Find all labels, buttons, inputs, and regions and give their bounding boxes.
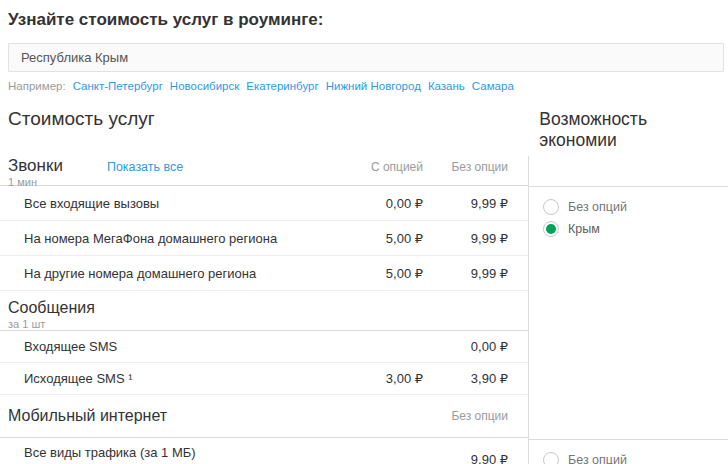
- row-label: Входящее SMS: [0, 339, 338, 354]
- col-header-without-option: Без опции: [423, 409, 508, 423]
- savings-spacer: [529, 156, 728, 186]
- main-area: Звонки Показать все С опцией Без опции 1…: [0, 156, 728, 464]
- example-city-link[interactable]: Нижний Новгород: [326, 80, 421, 92]
- messages-unit: за 1 шт: [8, 318, 528, 330]
- row-value-with-option: 5,00 ₽: [338, 266, 423, 281]
- example-city-link[interactable]: Казань: [428, 80, 465, 92]
- calls-group-header: Звонки Показать все С опцией Без опции 1…: [0, 156, 528, 186]
- radio-label: Без опций: [568, 200, 627, 214]
- table-row: Все входящие вызовы 0,00 ₽ 9,99 ₽: [0, 186, 528, 221]
- table-row: Все виды трафика (за 1 МБ) Округление до…: [0, 438, 528, 464]
- examples-label: Например:: [8, 80, 66, 92]
- row-label: На номера МегаФона домашнего региона: [0, 231, 338, 246]
- radio-label: Крым: [568, 222, 600, 236]
- roaming-cost-page: Узнайте стоимость услуг в роуминге: Напр…: [0, 10, 728, 464]
- cost-table: Звонки Показать все С опцией Без опции 1…: [0, 156, 529, 464]
- calls-options-section: Без опций Крым: [529, 186, 728, 439]
- row-value-without-option: 0,00 ₽: [423, 339, 508, 354]
- table-row: На номера МегаФона домашнего региона 5,0…: [0, 221, 528, 256]
- radio-option-krym[interactable]: Крым: [543, 221, 728, 237]
- row-value-without-option: 3,90 ₽: [423, 371, 508, 386]
- row-label-group: Все виды трафика (за 1 МБ) Округление до…: [0, 445, 338, 464]
- example-cities: Например:Санкт-ПетербургНовосибирскЕкате…: [8, 80, 720, 92]
- row-value-with-option: 0,00 ₽: [338, 196, 423, 211]
- example-city-link[interactable]: Екатеринбург: [246, 80, 318, 92]
- table-row: Входящее SMS 0,00 ₽: [0, 331, 528, 363]
- calls-title: Звонки: [8, 156, 63, 176]
- row-value-without-option: 9,90 ₽: [423, 452, 508, 464]
- row-label: Все виды трафика (за 1 МБ): [24, 445, 338, 460]
- radio-icon: [543, 452, 559, 464]
- col-header-with-option: С опцией: [338, 160, 423, 174]
- table-row: На другие номера домашнего региона 5,00 …: [0, 256, 528, 291]
- row-label: Все входящие вызовы: [0, 196, 338, 211]
- messages-title: Сообщения: [8, 299, 528, 317]
- example-city-link[interactable]: Новосибирск: [170, 80, 239, 92]
- row-value-without-option: 9,99 ₽: [423, 196, 508, 211]
- radio-icon: [543, 199, 559, 215]
- table-row: Исходящее SMS ¹ 3,00 ₽ 3,90 ₽: [0, 363, 528, 395]
- radio-label: Без опций: [568, 453, 627, 464]
- col-header-without-option: Без опции: [423, 160, 508, 174]
- row-value-without-option: 9,99 ₽: [423, 266, 508, 281]
- example-city-link[interactable]: Самара: [472, 80, 514, 92]
- radio-icon: [543, 221, 559, 237]
- radio-option-no-options[interactable]: Без опций: [543, 199, 728, 215]
- savings-panel: Без опций Крым Без опций: [529, 156, 728, 464]
- row-value-with-option: 5,00 ₽: [338, 231, 423, 246]
- cost-heading: Стоимость услуг: [0, 108, 525, 130]
- page-title: Узнайте стоимость услуг в роуминге:: [8, 10, 720, 30]
- internet-group-header: Мобильный интернет Без опции: [0, 395, 528, 438]
- section-headings: Стоимость услуг Возможность экономии: [0, 108, 728, 151]
- region-input[interactable]: [8, 43, 724, 72]
- savings-heading: Возможность экономии: [525, 109, 728, 151]
- internet-options-section: Без опций: [529, 439, 728, 464]
- row-value-with-option: 3,00 ₽: [338, 371, 423, 386]
- row-label: На другие номера домашнего региона: [0, 266, 338, 281]
- example-city-link[interactable]: Санкт-Петербург: [73, 80, 163, 92]
- row-label: Исходящее SMS ¹: [0, 371, 338, 386]
- radio-option-no-options[interactable]: Без опций: [543, 452, 728, 464]
- row-value-without-option: 9,99 ₽: [423, 231, 508, 246]
- internet-title: Мобильный интернет: [0, 407, 423, 425]
- messages-group-header: Сообщения за 1 шт: [0, 291, 528, 331]
- show-all-link[interactable]: Показать все: [107, 160, 183, 174]
